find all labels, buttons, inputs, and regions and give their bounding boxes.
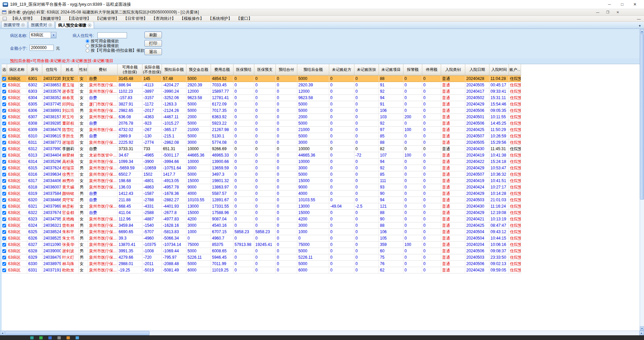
- table-row[interactable]: 63病区630524037745邱阿仙女厦门市医疗保...3827.91-117…: [2, 101, 521, 108]
- table-row[interactable]: 63病区632624038525朱文书男泉州市医疗保...39.3-4960-5…: [2, 235, 521, 242]
- scroll-up-icon[interactable]: ▲: [640, 29, 644, 34]
- column-header-bed[interactable]: 床号: [27, 64, 42, 76]
- table-row[interactable]: 63病区631424035296高积美女泉州市医疗保...1099.34-390…: [2, 159, 521, 165]
- menu-item-7[interactable]: 【模板操作】: [178, 15, 206, 22]
- taskbar-icon[interactable]: [39, 336, 43, 339]
- row-select-checkbox[interactable]: [2, 109, 6, 113]
- scroll-right-icon[interactable]: ►: [639, 331, 644, 335]
- table-row[interactable]: 63病区631624039634徐秀兰女泉州市医疗保...6502.715021…: [2, 171, 521, 178]
- column-header-stop-amount[interactable]: 停用额: [422, 64, 441, 76]
- menu-item-4[interactable]: 【记账管理】: [93, 15, 121, 22]
- tab-1[interactable]: 医嘱管理✕: [1, 22, 28, 28]
- row-select-checkbox[interactable]: [2, 141, 6, 144]
- column-header-prepay-total[interactable]: 预交金总额: [186, 64, 211, 76]
- mdi-restore-icon[interactable]: ❐: [605, 10, 610, 14]
- menu-item-2[interactable]: 【医嘱管理】: [37, 15, 65, 22]
- column-header-ward[interactable]: 病区名称: [7, 64, 27, 76]
- column-header-avail-balance[interactable]: 可用余额 (含担保): [118, 64, 142, 76]
- menu-item-5[interactable]: 【日常管理】: [121, 15, 149, 22]
- row-select-checkbox[interactable]: [2, 160, 6, 164]
- menu-item-3[interactable]: 【流动管理】: [65, 15, 93, 22]
- tab-overflow-icon[interactable]: ▼: [638, 24, 643, 29]
- scroll-down-icon[interactable]: ▼: [640, 326, 644, 331]
- table-row[interactable]: 63病区630324033576谢香莲女泉州市医疗保...1102.23-389…: [2, 88, 521, 95]
- column-header-unposted-medtech[interactable]: 未记账医技: [354, 64, 379, 76]
- row-select-checkbox[interactable]: [2, 249, 6, 253]
- horizontal-scrollbar-thumb[interactable]: [5, 331, 149, 335]
- row-select-checkbox[interactable]: [2, 96, 6, 100]
- menu-minimize-icon[interactable]: —: [637, 17, 643, 21]
- table-row[interactable]: 63病区631224037990李丽莉女自费3733.31733651.3110…: [2, 146, 521, 152]
- row-select-checkbox[interactable]: [2, 179, 6, 183]
- scroll-left-icon[interactable]: ◄: [0, 331, 5, 335]
- table-row[interactable]: 63病区632024038466周守军男自费211.88-2788-2882.2…: [2, 197, 521, 203]
- row-select-checkbox[interactable]: [2, 102, 6, 106]
- column-header-name[interactable]: 姓名: [61, 64, 79, 76]
- row-select-checkbox[interactable]: [2, 90, 6, 93]
- row-select-checkbox[interactable]: [2, 262, 6, 266]
- tab-2[interactable]: 医嘱查对✕: [28, 22, 55, 28]
- row-select-checkbox[interactable]: [2, 134, 6, 138]
- minimize-icon[interactable]: ─: [603, 0, 616, 9]
- mdi-minimize-icon[interactable]: —: [595, 10, 600, 14]
- table-row[interactable]: 63病区631024039619李胜生男自费2869.9-130-215.150…: [2, 133, 521, 139]
- row-select-checkbox[interactable]: [2, 217, 6, 221]
- chevron-down-icon[interactable]: ▼: [51, 32, 56, 38]
- table-row[interactable]: 63病区630424038352林春英女自费-157.83-3157-3252.…: [2, 95, 521, 101]
- table-row[interactable]: 63病区631824036007黄天赐男泉州市医疗保...136.03-4863…: [2, 184, 521, 190]
- table-row[interactable]: 63病区630124037235刘文军女自费3145.4814557.48500…: [2, 76, 521, 82]
- row-select-checkbox[interactable]: [2, 166, 6, 170]
- row-select-checkbox[interactable]: [2, 268, 6, 272]
- table-row[interactable]: 63病区631724034406林秀吟女泉州市医疗保...198.68-4801…: [2, 178, 521, 184]
- row-select-checkbox[interactable]: [2, 205, 6, 208]
- menu-item-9[interactable]: 【窗口】: [234, 15, 254, 22]
- amount-input[interactable]: [30, 45, 54, 51]
- table-row[interactable]: 63病区631124038773谢瑞霞女泉州市医疗保...2225.92-277…: [2, 139, 521, 146]
- table-row[interactable]: 63病区632124037969林彦彬女泉州市医疗保...668.45-4331…: [2, 203, 521, 210]
- patient-no-input[interactable]: [97, 32, 127, 38]
- column-header-fee-total[interactable]: 费用总额: [211, 64, 233, 76]
- column-header-alarm-amount[interactable]: 报警额: [403, 64, 422, 76]
- menu-item-8[interactable]: 【系统维护】: [206, 15, 234, 22]
- table-row[interactable]: 63病区630824039285董邵权女自费2076.78-923-1015.2…: [2, 120, 521, 127]
- refresh-button[interactable]: 刷新: [144, 32, 162, 38]
- horizontal-scrollbar[interactable]: ◄ ►: [0, 331, 644, 335]
- row-select-checkbox[interactable]: [2, 185, 6, 189]
- column-header-adm-type[interactable]: 入院类别: [441, 64, 465, 76]
- column-header-ins-presettle[interactable]: 医保预结: [233, 64, 254, 76]
- taskbar-icon[interactable]: [57, 336, 61, 339]
- table-row[interactable]: 63病区633024038979林乌珠女泉州市医疗保...2988.01-201…: [2, 261, 521, 267]
- column-header-admission-no[interactable]: 住院号: [42, 64, 61, 76]
- vertical-scrollbar-thumb[interactable]: [640, 34, 644, 200]
- row-select-checkbox[interactable]: [2, 147, 6, 151]
- row-select-checkbox[interactable]: [2, 230, 6, 234]
- column-header-after-hold-balance[interactable]: 预扣后余额: [162, 64, 186, 76]
- exit-button[interactable]: 退出: [144, 48, 162, 55]
- row-select-checkbox[interactable]: [2, 173, 6, 176]
- table-row[interactable]: 63病区630624038991刘以培男泉州市医疗保...2982.65-201…: [2, 108, 521, 114]
- row-select-checkbox[interactable]: [2, 122, 6, 125]
- print-button[interactable]: 打印: [144, 40, 162, 47]
- column-header-ins-advance[interactable]: 医保预支: [254, 64, 276, 76]
- table-row[interactable]: 63病区631924037584颜锦铭男自费1412.43-1587-1678.…: [2, 190, 521, 197]
- row-select-checkbox[interactable]: [2, 256, 6, 259]
- row-select-checkbox[interactable]: [2, 83, 6, 87]
- tab-close-icon[interactable]: ✕: [88, 24, 91, 27]
- row-select-checkbox[interactable]: [2, 115, 6, 119]
- ward-select[interactable]: 63病区 ▼: [30, 32, 56, 38]
- row-select-checkbox[interactable]: [2, 237, 6, 240]
- radio-input[interactable]: [86, 49, 89, 52]
- column-header-sex[interactable]: 性别: [79, 64, 88, 76]
- row-select-checkbox[interactable]: [2, 211, 6, 215]
- row-select-checkbox[interactable]: [2, 154, 6, 157]
- menu-item-1[interactable]: 【病人管理】: [8, 15, 37, 22]
- maximize-icon[interactable]: □: [616, 0, 629, 9]
- table-row[interactable]: 63病区630724038157郑玉玲女泉州市医疗保...636.08-4363…: [2, 114, 521, 120]
- column-header-account[interactable]: 账户...: [509, 64, 521, 76]
- row-select-checkbox[interactable]: [2, 243, 6, 247]
- column-header-unposted-item[interactable]: 未记账项目: [379, 64, 403, 76]
- column-header-adm-date[interactable]: 入院日期: [465, 64, 489, 76]
- table-row[interactable]: 63病区632724011090张美华女泉州市医疗保...13870.41-10…: [2, 242, 521, 248]
- tab-close-icon[interactable]: ✕: [21, 23, 25, 27]
- row-select-checkbox[interactable]: [2, 192, 6, 196]
